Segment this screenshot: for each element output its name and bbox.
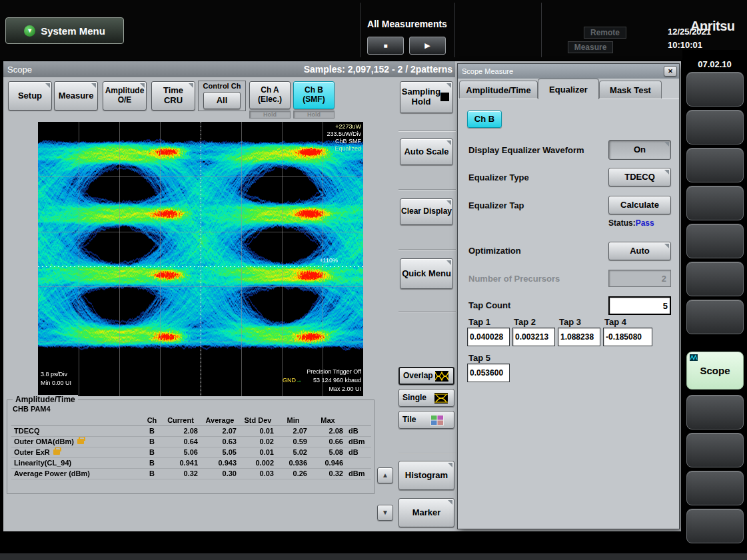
divider (398, 453, 456, 454)
cell-ch: B (143, 458, 161, 469)
tab-mask-test[interactable]: Mask Test (599, 81, 662, 99)
cell-max: 0.946 (310, 458, 346, 469)
measure-indicator: Measure (568, 41, 613, 53)
lock-icon (53, 449, 60, 455)
measurement-row: Outer OMA(dBm) B 0.64 0.63 0.02 0.59 0.6… (11, 437, 371, 447)
eye-min-ui-label: Min 0.00 UI (41, 380, 71, 387)
quick-menu-button[interactable]: Quick Menu (400, 258, 453, 289)
function-key[interactable] (686, 110, 744, 144)
tap-5-label: Tap 5 (468, 353, 490, 363)
tile-button[interactable]: Tile (398, 411, 454, 429)
setup-button[interactable]: Setup (8, 81, 52, 111)
measurement-row: Average Power (dBm) B 0.32 0.30 0.03 0.2… (11, 469, 371, 479)
overlap-button[interactable]: Overlap (398, 367, 454, 385)
oe-label: O/E (118, 96, 132, 105)
equalizer-type-value: TDECQ (624, 172, 655, 182)
auto-scale-button[interactable]: Auto Scale (400, 139, 453, 165)
control-ch-all-button[interactable]: All (203, 92, 241, 109)
system-menu-button[interactable]: ▼ System Menu (5, 17, 124, 44)
display-equalizer-value: On (634, 145, 646, 155)
cell-ch: B (143, 437, 161, 447)
display-equalizer-label: Display Equalizer Waveform (468, 145, 584, 155)
tap-4-field[interactable]: -0.185080 (603, 328, 652, 346)
measure-button[interactable]: Measure (54, 81, 98, 111)
system-menu-label: System Menu (41, 25, 105, 37)
function-key[interactable] (686, 148, 744, 182)
optimization-button[interactable]: Auto (608, 242, 671, 260)
function-key[interactable] (686, 186, 744, 220)
topbar-separator (360, 3, 361, 57)
cell-average: 0.943 (201, 458, 239, 469)
cell-unit: dB (346, 447, 371, 458)
eye-ps-div-label: 3.8 ps/Div (41, 371, 67, 378)
eye-power-annotation: +2273uW (335, 123, 361, 131)
remote-indicator: Remote (584, 27, 626, 39)
play-button[interactable]: ▶ (409, 37, 446, 55)
setup-label: Setup (18, 91, 42, 101)
cell-max: 2.08 (310, 426, 346, 437)
amplitude-time-group: Amplitude/Time CHB PAM4 Ch Current Avera… (7, 400, 374, 494)
cell-unit (346, 458, 371, 469)
function-key[interactable] (686, 471, 744, 505)
histogram-button[interactable]: Histogram (398, 461, 454, 490)
topbar-separator (541, 3, 542, 57)
function-key[interactable] (686, 433, 744, 467)
equalizer-tap-calculate-button[interactable]: Calculate (608, 196, 671, 214)
clear-display-button[interactable]: Clear Display (400, 198, 453, 225)
tab-amplitude-time[interactable]: Amplitude/Time (459, 81, 538, 99)
optimization-value: Auto (630, 246, 650, 256)
amplitude-oe-button[interactable]: Amplitude O/E (103, 81, 147, 111)
tap-2-field[interactable]: 0.003213 (512, 328, 555, 346)
group-subtitle: CHB PAM4 (13, 405, 51, 413)
function-key[interactable] (686, 262, 744, 296)
marker-button[interactable]: Marker (398, 498, 454, 527)
ch-a-label: Ch A (261, 86, 279, 95)
scope-window-title: Scope (7, 65, 32, 75)
scope-function-key[interactable]: Scope (686, 352, 744, 390)
eye-equalized-annotation: Equalized (335, 145, 361, 152)
dialog-title: Scope Measure (462, 67, 513, 75)
cell-current: 0.64 (161, 437, 201, 447)
function-key[interactable] (686, 224, 744, 258)
equalizer-type-button[interactable]: TDECQ (608, 168, 671, 186)
tap-5-field[interactable]: 0.053600 (467, 364, 510, 382)
stop-button[interactable]: ■ (367, 37, 404, 55)
cell-name: TDECQ (11, 426, 143, 437)
display-equalizer-button[interactable]: On (608, 140, 671, 160)
cell-name: Outer OMA(dBm) (11, 437, 143, 447)
single-eye-icon (434, 393, 448, 404)
marker-down-button[interactable]: ▼ (377, 505, 393, 521)
function-key[interactable] (686, 509, 744, 543)
cell-current: 5.06 (161, 447, 201, 458)
eye-channel-annotation: ChB SMF (335, 138, 361, 145)
dialog-close-button[interactable]: ✕ (664, 66, 677, 77)
single-button[interactable]: Single (398, 389, 454, 407)
col-stddev: Std Dev (239, 416, 277, 426)
histogram-up-button[interactable]: ▲ (377, 467, 393, 483)
measurement-row: Outer ExR B 5.06 5.05 0.01 5.02 5.08 dB (11, 447, 371, 458)
dialog-titlebar[interactable]: Scope Measure (458, 64, 679, 79)
down-arrow-icon: ▼ (382, 509, 388, 517)
tap-count-field[interactable]: 5 (608, 296, 671, 315)
col-min: Min (277, 416, 310, 426)
tile-icon (430, 415, 444, 425)
function-key[interactable] (686, 72, 744, 107)
function-key[interactable] (686, 395, 744, 429)
tap-1-field[interactable]: 0.040028 (467, 328, 510, 346)
sampling-hold-indicator (440, 93, 449, 101)
tap-3-field[interactable]: 1.088238 (558, 328, 600, 346)
sampling-hold-button[interactable]: Sampling Hold (400, 81, 453, 113)
dialog-ch-b-button[interactable]: Ch B (467, 111, 502, 128)
cell-max: 0.32 (310, 469, 346, 479)
ch-b-label: Ch B (305, 86, 323, 95)
function-key-panel: 07.02.10 Scope (682, 50, 747, 560)
tab-equalizer[interactable]: Equalizer (538, 79, 599, 99)
time-cru-button[interactable]: Time CRU (151, 81, 195, 111)
col-current: Current (161, 416, 201, 426)
ch-b-button[interactable]: Ch B (SMF) (293, 81, 335, 109)
eye-diagram (38, 122, 363, 396)
marker-label: Marker (412, 508, 441, 518)
ch-a-button[interactable]: Ch A (Elec.) (249, 81, 291, 109)
function-key[interactable] (686, 300, 744, 334)
cell-min: 2.07 (277, 426, 310, 437)
